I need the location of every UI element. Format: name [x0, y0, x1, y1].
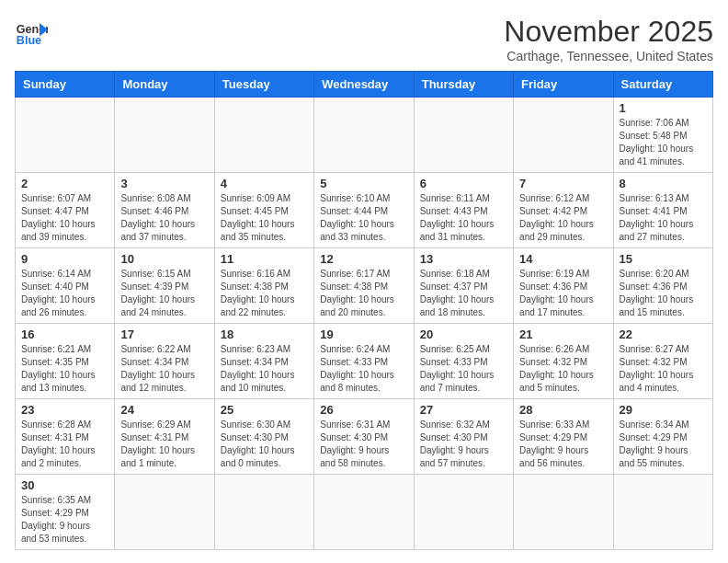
- day-number: 15: [620, 252, 707, 266]
- day-info: Sunrise: 6:18 AM Sunset: 4:37 PM Dayligh…: [420, 268, 507, 319]
- table-row: 12Sunrise: 6:17 AM Sunset: 4:38 PM Dayli…: [314, 248, 414, 324]
- day-info: Sunrise: 6:21 AM Sunset: 4:35 PM Dayligh…: [21, 343, 108, 395]
- day-number: 27: [420, 403, 507, 417]
- day-info: Sunrise: 6:26 AM Sunset: 4:32 PM Dayligh…: [519, 343, 607, 395]
- day-info: Sunrise: 6:16 AM Sunset: 4:38 PM Dayligh…: [221, 268, 308, 319]
- col-friday: Friday: [514, 72, 613, 98]
- table-row: 14Sunrise: 6:19 AM Sunset: 4:36 PM Dayli…: [514, 248, 613, 324]
- table-row: 8Sunrise: 6:13 AM Sunset: 4:41 PM Daylig…: [613, 173, 712, 248]
- table-row: 23Sunrise: 6:28 AM Sunset: 4:31 PM Dayli…: [16, 399, 115, 475]
- table-row: 25Sunrise: 6:30 AM Sunset: 4:30 PM Dayli…: [214, 399, 313, 475]
- day-number: 28: [519, 403, 607, 417]
- day-number: 6: [420, 177, 507, 190]
- day-info: Sunrise: 6:13 AM Sunset: 4:41 PM Dayligh…: [620, 192, 707, 244]
- day-info: Sunrise: 6:09 AM Sunset: 4:45 PM Dayligh…: [221, 192, 308, 244]
- table-row: 19Sunrise: 6:24 AM Sunset: 4:33 PM Dayli…: [314, 324, 414, 399]
- day-number: 12: [320, 252, 407, 266]
- day-number: 2: [21, 177, 108, 190]
- day-number: 1: [620, 101, 707, 115]
- table-row: 20Sunrise: 6:25 AM Sunset: 4:33 PM Dayli…: [414, 324, 513, 399]
- table-row: [214, 98, 313, 173]
- day-info: Sunrise: 6:14 AM Sunset: 4:40 PM Dayligh…: [21, 268, 108, 319]
- day-info: Sunrise: 6:34 AM Sunset: 4:29 PM Dayligh…: [620, 419, 707, 470]
- day-info: Sunrise: 7:06 AM Sunset: 5:48 PM Dayligh…: [620, 117, 707, 168]
- day-number: 30: [21, 478, 108, 492]
- day-info: Sunrise: 6:17 AM Sunset: 4:38 PM Dayligh…: [320, 268, 407, 319]
- day-info: Sunrise: 6:28 AM Sunset: 4:31 PM Dayligh…: [21, 419, 108, 470]
- table-row: 30Sunrise: 6:35 AM Sunset: 4:29 PM Dayli…: [16, 475, 115, 550]
- location: Carthage, Tennessee, United States: [504, 49, 713, 63]
- table-row: 18Sunrise: 6:23 AM Sunset: 4:34 PM Dayli…: [214, 324, 313, 399]
- logo: General Blue: [15, 15, 48, 48]
- table-row: 4Sunrise: 6:09 AM Sunset: 4:45 PM Daylig…: [214, 173, 313, 248]
- table-row: 13Sunrise: 6:18 AM Sunset: 4:37 PM Dayli…: [414, 248, 513, 324]
- page-header: General Blue November 2025 Carthage, Ten…: [15, 15, 713, 63]
- day-info: Sunrise: 6:33 AM Sunset: 4:29 PM Dayligh…: [519, 419, 607, 470]
- table-row: 27Sunrise: 6:32 AM Sunset: 4:30 PM Dayli…: [414, 399, 513, 475]
- day-number: 13: [420, 252, 507, 266]
- day-number: 24: [120, 403, 208, 417]
- day-info: Sunrise: 6:07 AM Sunset: 4:47 PM Dayligh…: [21, 192, 108, 244]
- day-number: 25: [221, 403, 308, 417]
- day-number: 7: [519, 177, 607, 190]
- day-info: Sunrise: 6:29 AM Sunset: 4:31 PM Dayligh…: [120, 419, 208, 470]
- calendar-header-row: Sunday Monday Tuesday Wednesday Thursday…: [16, 72, 713, 98]
- table-row: 21Sunrise: 6:26 AM Sunset: 4:32 PM Dayli…: [514, 324, 613, 399]
- table-row: 29Sunrise: 6:34 AM Sunset: 4:29 PM Dayli…: [613, 399, 712, 475]
- day-info: Sunrise: 6:27 AM Sunset: 4:32 PM Dayligh…: [620, 343, 707, 395]
- table-row: 16Sunrise: 6:21 AM Sunset: 4:35 PM Dayli…: [16, 324, 115, 399]
- table-row: 3Sunrise: 6:08 AM Sunset: 4:46 PM Daylig…: [115, 173, 214, 248]
- col-saturday: Saturday: [613, 72, 712, 98]
- svg-text:Blue: Blue: [17, 34, 41, 47]
- day-info: Sunrise: 6:32 AM Sunset: 4:30 PM Dayligh…: [420, 419, 507, 470]
- day-number: 16: [21, 327, 108, 341]
- table-row: 28Sunrise: 6:33 AM Sunset: 4:29 PM Dayli…: [514, 399, 613, 475]
- table-row: 24Sunrise: 6:29 AM Sunset: 4:31 PM Dayli…: [115, 399, 214, 475]
- table-row: 22Sunrise: 6:27 AM Sunset: 4:32 PM Dayli…: [613, 324, 712, 399]
- table-row: [214, 475, 313, 550]
- col-sunday: Sunday: [16, 72, 115, 98]
- day-number: 18: [221, 327, 308, 341]
- table-row: 6Sunrise: 6:11 AM Sunset: 4:43 PM Daylig…: [414, 173, 513, 248]
- table-row: 5Sunrise: 6:10 AM Sunset: 4:44 PM Daylig…: [314, 173, 414, 248]
- table-row: [16, 98, 115, 173]
- day-number: 14: [519, 252, 607, 266]
- day-info: Sunrise: 6:31 AM Sunset: 4:30 PM Dayligh…: [320, 419, 407, 470]
- day-number: 5: [320, 177, 407, 190]
- table-row: 26Sunrise: 6:31 AM Sunset: 4:30 PM Dayli…: [314, 399, 414, 475]
- day-info: Sunrise: 6:22 AM Sunset: 4:34 PM Dayligh…: [120, 343, 208, 395]
- day-number: 9: [21, 252, 108, 266]
- col-tuesday: Tuesday: [214, 72, 313, 98]
- day-info: Sunrise: 6:30 AM Sunset: 4:30 PM Dayligh…: [221, 419, 308, 470]
- day-number: 8: [620, 177, 707, 190]
- day-number: 21: [519, 327, 607, 341]
- day-number: 17: [120, 327, 208, 341]
- day-info: Sunrise: 6:08 AM Sunset: 4:46 PM Dayligh…: [120, 192, 208, 244]
- day-number: 29: [620, 403, 707, 417]
- day-number: 22: [620, 327, 707, 341]
- day-number: 11: [221, 252, 308, 266]
- day-info: Sunrise: 6:19 AM Sunset: 4:36 PM Dayligh…: [519, 268, 607, 319]
- day-info: Sunrise: 6:10 AM Sunset: 4:44 PM Dayligh…: [320, 192, 407, 244]
- table-row: 15Sunrise: 6:20 AM Sunset: 4:36 PM Dayli…: [613, 248, 712, 324]
- day-number: 26: [320, 403, 407, 417]
- table-row: [314, 475, 414, 550]
- day-info: Sunrise: 6:12 AM Sunset: 4:42 PM Dayligh…: [519, 192, 607, 244]
- day-number: 3: [120, 177, 208, 190]
- col-monday: Monday: [115, 72, 214, 98]
- day-info: Sunrise: 6:25 AM Sunset: 4:33 PM Dayligh…: [420, 343, 507, 395]
- title-area: November 2025 Carthage, Tennessee, Unite…: [504, 15, 713, 63]
- day-number: 23: [21, 403, 108, 417]
- table-row: [414, 475, 513, 550]
- day-number: 4: [221, 177, 308, 190]
- calendar-table: Sunday Monday Tuesday Wednesday Thursday…: [15, 71, 713, 550]
- day-info: Sunrise: 6:15 AM Sunset: 4:39 PM Dayligh…: [120, 268, 208, 319]
- month-title: November 2025: [504, 15, 713, 49]
- day-info: Sunrise: 6:20 AM Sunset: 4:36 PM Dayligh…: [620, 268, 707, 319]
- day-info: Sunrise: 6:24 AM Sunset: 4:33 PM Dayligh…: [320, 343, 407, 395]
- table-row: [314, 98, 414, 173]
- table-row: 9Sunrise: 6:14 AM Sunset: 4:40 PM Daylig…: [16, 248, 115, 324]
- day-number: 20: [420, 327, 507, 341]
- table-row: [514, 475, 613, 550]
- table-row: [613, 475, 712, 550]
